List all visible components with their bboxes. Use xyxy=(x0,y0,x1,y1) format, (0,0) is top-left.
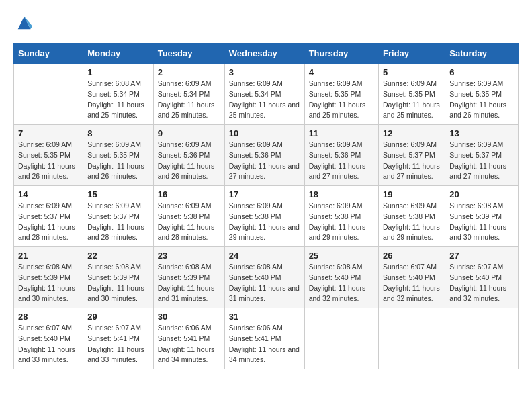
day-number: 9 xyxy=(158,128,220,138)
day-number: 1 xyxy=(87,67,149,77)
day-cell: 31 Sunrise: 6:06 AM Sunset: 5:41 PM Dayl… xyxy=(224,308,304,369)
day-number: 3 xyxy=(229,67,300,77)
page-header xyxy=(13,13,519,32)
day-info: Sunrise: 6:07 AM Sunset: 5:40 PM Dayligh… xyxy=(18,323,79,365)
logo-icon xyxy=(15,13,34,32)
day-info: Sunrise: 6:09 AM Sunset: 5:37 PM Dayligh… xyxy=(383,140,441,182)
day-cell: 9 Sunrise: 6:09 AM Sunset: 5:36 PM Dayli… xyxy=(153,125,224,186)
day-number: 24 xyxy=(229,250,300,261)
day-number: 22 xyxy=(87,250,149,261)
day-cell: 11 Sunrise: 6:09 AM Sunset: 5:36 PM Dayl… xyxy=(304,125,378,186)
day-number: 8 xyxy=(87,128,149,138)
day-info: Sunrise: 6:08 AM Sunset: 5:39 PM Dayligh… xyxy=(158,262,220,304)
day-number: 19 xyxy=(383,189,441,199)
day-number: 2 xyxy=(158,67,220,77)
header-row: SundayMondayTuesdayWednesdayThursdayFrid… xyxy=(14,44,519,64)
day-info: Sunrise: 6:08 AM Sunset: 5:39 PM Dayligh… xyxy=(87,262,149,304)
day-info: Sunrise: 6:09 AM Sunset: 5:34 PM Dayligh… xyxy=(229,79,300,121)
day-number: 5 xyxy=(383,67,441,77)
day-cell: 26 Sunrise: 6:07 AM Sunset: 5:40 PM Dayl… xyxy=(379,247,445,308)
day-info: Sunrise: 6:08 AM Sunset: 5:40 PM Dayligh… xyxy=(229,262,300,304)
day-number: 4 xyxy=(309,67,374,77)
header-cell-wednesday: Wednesday xyxy=(224,44,304,64)
day-number: 13 xyxy=(449,128,514,138)
day-cell: 23 Sunrise: 6:08 AM Sunset: 5:39 PM Dayl… xyxy=(153,247,224,308)
day-cell xyxy=(14,64,83,125)
day-number: 25 xyxy=(309,250,374,261)
header-cell-saturday: Saturday xyxy=(445,44,519,64)
day-cell: 6 Sunrise: 6:09 AM Sunset: 5:35 PM Dayli… xyxy=(445,64,519,125)
day-cell: 28 Sunrise: 6:07 AM Sunset: 5:40 PM Dayl… xyxy=(14,308,83,369)
day-info: Sunrise: 6:07 AM Sunset: 5:40 PM Dayligh… xyxy=(449,262,514,304)
day-number: 30 xyxy=(158,312,220,322)
header-cell-monday: Monday xyxy=(83,44,154,64)
header-cell-sunday: Sunday xyxy=(14,44,83,64)
day-number: 18 xyxy=(309,189,374,199)
day-info: Sunrise: 6:06 AM Sunset: 5:41 PM Dayligh… xyxy=(229,323,300,365)
day-cell: 24 Sunrise: 6:08 AM Sunset: 5:40 PM Dayl… xyxy=(224,247,304,308)
day-info: Sunrise: 6:09 AM Sunset: 5:36 PM Dayligh… xyxy=(229,140,300,182)
calendar-body: 1 Sunrise: 6:08 AM Sunset: 5:34 PM Dayli… xyxy=(14,64,519,369)
day-number: 7 xyxy=(18,128,79,138)
logo xyxy=(13,13,34,32)
day-info: Sunrise: 6:09 AM Sunset: 5:38 PM Dayligh… xyxy=(158,201,220,243)
day-info: Sunrise: 6:08 AM Sunset: 5:40 PM Dayligh… xyxy=(309,262,374,304)
day-cell: 27 Sunrise: 6:07 AM Sunset: 5:40 PM Dayl… xyxy=(445,247,519,308)
day-number: 10 xyxy=(229,128,300,138)
day-number: 28 xyxy=(18,312,79,322)
day-cell: 13 Sunrise: 6:09 AM Sunset: 5:37 PM Dayl… xyxy=(445,125,519,186)
day-number: 15 xyxy=(87,189,149,199)
day-info: Sunrise: 6:08 AM Sunset: 5:34 PM Dayligh… xyxy=(87,79,149,121)
day-number: 17 xyxy=(229,189,300,199)
day-number: 29 xyxy=(87,312,149,322)
day-cell: 21 Sunrise: 6:08 AM Sunset: 5:39 PM Dayl… xyxy=(14,247,83,308)
day-cell: 3 Sunrise: 6:09 AM Sunset: 5:34 PM Dayli… xyxy=(224,64,304,125)
calendar-header: SundayMondayTuesdayWednesdayThursdayFrid… xyxy=(14,44,519,64)
day-number: 21 xyxy=(18,250,79,261)
day-cell: 8 Sunrise: 6:09 AM Sunset: 5:35 PM Dayli… xyxy=(83,125,154,186)
day-info: Sunrise: 6:06 AM Sunset: 5:41 PM Dayligh… xyxy=(158,323,220,365)
day-info: Sunrise: 6:09 AM Sunset: 5:37 PM Dayligh… xyxy=(87,201,149,243)
day-cell: 14 Sunrise: 6:09 AM Sunset: 5:37 PM Dayl… xyxy=(14,186,83,247)
day-info: Sunrise: 6:09 AM Sunset: 5:35 PM Dayligh… xyxy=(87,140,149,182)
day-cell: 19 Sunrise: 6:09 AM Sunset: 5:38 PM Dayl… xyxy=(379,186,445,247)
day-number: 23 xyxy=(158,250,220,261)
day-cell: 20 Sunrise: 6:08 AM Sunset: 5:39 PM Dayl… xyxy=(445,186,519,247)
day-cell: 29 Sunrise: 6:07 AM Sunset: 5:41 PM Dayl… xyxy=(83,308,154,369)
week-row-1: 1 Sunrise: 6:08 AM Sunset: 5:34 PM Dayli… xyxy=(14,64,519,125)
day-info: Sunrise: 6:09 AM Sunset: 5:36 PM Dayligh… xyxy=(309,140,374,182)
day-info: Sunrise: 6:09 AM Sunset: 5:34 PM Dayligh… xyxy=(158,79,220,121)
day-cell: 7 Sunrise: 6:09 AM Sunset: 5:35 PM Dayli… xyxy=(14,125,83,186)
calendar-table: SundayMondayTuesdayWednesdayThursdayFrid… xyxy=(13,43,519,369)
day-cell xyxy=(379,308,445,369)
day-cell: 30 Sunrise: 6:06 AM Sunset: 5:41 PM Dayl… xyxy=(153,308,224,369)
day-number: 20 xyxy=(449,189,514,199)
day-cell: 17 Sunrise: 6:09 AM Sunset: 5:38 PM Dayl… xyxy=(224,186,304,247)
day-info: Sunrise: 6:09 AM Sunset: 5:35 PM Dayligh… xyxy=(309,79,374,121)
header-cell-thursday: Thursday xyxy=(304,44,378,64)
header-cell-tuesday: Tuesday xyxy=(153,44,224,64)
day-info: Sunrise: 6:09 AM Sunset: 5:35 PM Dayligh… xyxy=(449,79,514,121)
day-number: 11 xyxy=(309,128,374,138)
day-cell: 16 Sunrise: 6:09 AM Sunset: 5:38 PM Dayl… xyxy=(153,186,224,247)
day-cell: 5 Sunrise: 6:09 AM Sunset: 5:35 PM Dayli… xyxy=(379,64,445,125)
day-info: Sunrise: 6:08 AM Sunset: 5:39 PM Dayligh… xyxy=(449,201,514,243)
day-cell: 18 Sunrise: 6:09 AM Sunset: 5:38 PM Dayl… xyxy=(304,186,378,247)
day-cell xyxy=(445,308,519,369)
day-number: 27 xyxy=(449,250,514,261)
day-cell: 12 Sunrise: 6:09 AM Sunset: 5:37 PM Dayl… xyxy=(379,125,445,186)
week-row-3: 14 Sunrise: 6:09 AM Sunset: 5:37 PM Dayl… xyxy=(14,186,519,247)
day-info: Sunrise: 6:09 AM Sunset: 5:38 PM Dayligh… xyxy=(229,201,300,243)
day-cell: 15 Sunrise: 6:09 AM Sunset: 5:37 PM Dayl… xyxy=(83,186,154,247)
day-info: Sunrise: 6:09 AM Sunset: 5:37 PM Dayligh… xyxy=(449,140,514,182)
week-row-4: 21 Sunrise: 6:08 AM Sunset: 5:39 PM Dayl… xyxy=(14,247,519,308)
week-row-5: 28 Sunrise: 6:07 AM Sunset: 5:40 PM Dayl… xyxy=(14,308,519,369)
day-info: Sunrise: 6:09 AM Sunset: 5:36 PM Dayligh… xyxy=(158,140,220,182)
header-cell-friday: Friday xyxy=(379,44,445,64)
day-cell: 4 Sunrise: 6:09 AM Sunset: 5:35 PM Dayli… xyxy=(304,64,378,125)
day-info: Sunrise: 6:09 AM Sunset: 5:37 PM Dayligh… xyxy=(18,201,79,243)
day-cell: 22 Sunrise: 6:08 AM Sunset: 5:39 PM Dayl… xyxy=(83,247,154,308)
day-cell: 10 Sunrise: 6:09 AM Sunset: 5:36 PM Dayl… xyxy=(224,125,304,186)
day-cell xyxy=(304,308,378,369)
day-number: 16 xyxy=(158,189,220,199)
